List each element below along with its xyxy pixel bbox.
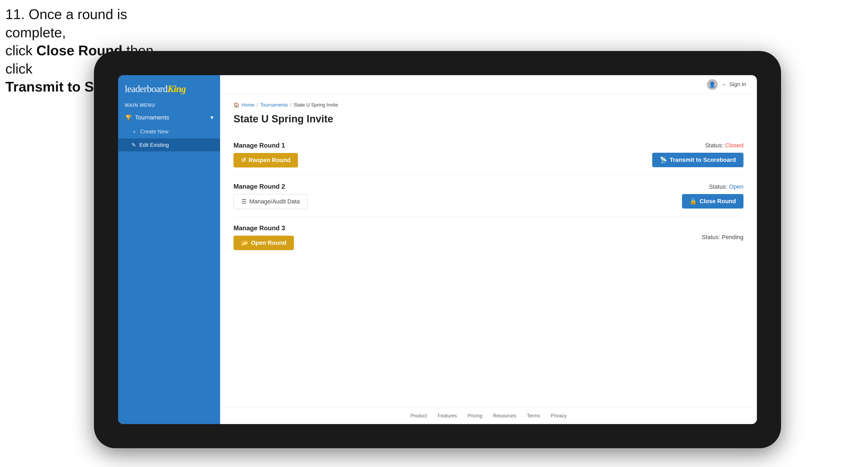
round-1-left: Manage Round 1 ↺ Reopen Round	[234, 142, 298, 167]
close-icon: 🔒	[689, 198, 697, 205]
sidebar-item-edit-existing[interactable]: ✎ Edit Existing	[118, 138, 220, 151]
breadcrumb-home-link[interactable]: Home	[242, 102, 254, 108]
round-2-section: Manage Round 2 ☰ Manage/Audit Data Statu…	[234, 175, 743, 217]
round-3-status: Status: Pending	[702, 234, 743, 241]
round-1-section: Manage Round 1 ↺ Reopen Round Status: Cl…	[234, 134, 743, 175]
open-icon: 📂	[241, 240, 248, 246]
app-header: 👤 → Sign In	[220, 75, 757, 94]
open-round-button[interactable]: 📂 Open Round	[234, 236, 294, 250]
round-2-status-value: Open	[729, 183, 743, 190]
reopen-round-button[interactable]: ↺ Reopen Round	[234, 153, 298, 167]
round-3-status-value: Pending	[722, 234, 743, 241]
round-1-status: Status: Closed	[705, 142, 743, 149]
sidebar: leaderboardKing MAIN MENU 🏆 Tournaments …	[118, 75, 220, 424]
sidebar-nav: 🏆 Tournaments ▾ ＋ Create New ✎ Edit Exis…	[118, 110, 220, 151]
transmit-label: Transmit to Scoreboard	[670, 156, 736, 163]
round-3-right: Status: Pending	[702, 234, 743, 241]
trophy-icon: 🏆	[125, 114, 132, 121]
round-2-title: Manage Round 2	[234, 183, 308, 190]
sign-in-icon: →	[721, 81, 726, 88]
main-menu-label: MAIN MENU	[118, 100, 220, 110]
manage-audit-label: Manage/Audit Data	[249, 198, 300, 205]
reopen-icon: ↺	[241, 157, 246, 164]
plus-icon: ＋	[131, 128, 137, 135]
tablet-screen: leaderboardKing MAIN MENU 🏆 Tournaments …	[118, 75, 757, 424]
footer-features[interactable]: Features	[438, 413, 457, 419]
edit-existing-label: Edit Existing	[139, 142, 169, 148]
transmit-to-scoreboard-button[interactable]: 📡 Transmit to Scoreboard	[652, 153, 743, 167]
footer-terms[interactable]: Terms	[527, 413, 540, 419]
round-2-left: Manage Round 2 ☰ Manage/Audit Data	[234, 183, 308, 209]
sidebar-item-create-new[interactable]: ＋ Create New	[118, 125, 220, 138]
content-area: 🏠 Home / Tournaments / State U Spring In…	[220, 94, 757, 407]
logo: leaderboardKing	[125, 83, 213, 94]
sign-in-area[interactable]: 👤 → Sign In	[707, 79, 746, 90]
app-footer: Product Features Pricing Resources Terms…	[220, 407, 757, 424]
sidebar-tournaments-label: Tournaments	[135, 114, 169, 121]
sidebar-logo: leaderboardKing	[118, 75, 220, 100]
tablet-frame: leaderboardKing MAIN MENU 🏆 Tournaments …	[94, 51, 781, 448]
instruction-line2: click	[5, 43, 36, 58]
close-round-button[interactable]: 🔒 Close Round	[682, 194, 743, 209]
edit-icon: ✎	[131, 142, 136, 148]
round-1-status-value: Closed	[725, 142, 743, 149]
round-3-title: Manage Round 3	[234, 224, 294, 232]
transmit-icon: 📡	[660, 156, 667, 163]
reopen-round-label: Reopen Round	[249, 157, 290, 164]
breadcrumb-sep2: /	[290, 102, 291, 108]
round-1-title: Manage Round 1	[234, 142, 298, 149]
breadcrumb-tournaments-link[interactable]: Tournaments	[260, 102, 288, 108]
footer-product[interactable]: Product	[410, 413, 427, 419]
breadcrumb-home: 🏠	[234, 102, 240, 108]
chevron-down-icon: ▾	[210, 114, 213, 121]
round-3-section: Manage Round 3 📂 Open Round Status: Pend…	[234, 217, 743, 258]
round-3-left: Manage Round 3 📂 Open Round	[234, 224, 294, 250]
footer-privacy[interactable]: Privacy	[551, 413, 566, 419]
app-container: leaderboardKing MAIN MENU 🏆 Tournaments …	[118, 75, 757, 424]
nav-item-left: 🏆 Tournaments	[125, 114, 169, 121]
breadcrumb-current: State U Spring Invite	[293, 102, 338, 108]
create-new-label: Create New	[140, 129, 168, 135]
breadcrumb-sep1: /	[256, 102, 258, 108]
audit-icon: ☰	[241, 198, 247, 205]
footer-resources[interactable]: Resources	[493, 413, 516, 419]
close-round-label: Close Round	[700, 198, 736, 205]
page-title: State U Spring Invite	[234, 113, 743, 125]
instruction-line1: 11. Once a round is complete,	[5, 6, 127, 40]
avatar: 👤	[707, 79, 718, 90]
main-content: 👤 → Sign In 🏠 Home / Tournaments / State	[220, 75, 757, 424]
round-1-right: Status: Closed 📡 Transmit to Scoreboard	[652, 142, 743, 167]
logo-king: King	[167, 84, 186, 94]
breadcrumb: 🏠 Home / Tournaments / State U Spring In…	[234, 102, 743, 108]
round-2-right: Status: Open 🔒 Close Round	[682, 183, 743, 209]
sidebar-item-tournaments[interactable]: 🏆 Tournaments ▾	[118, 110, 220, 125]
logo-leaderboard: leaderboard	[125, 84, 167, 94]
round-2-status: Status: Open	[709, 183, 743, 190]
open-round-label: Open Round	[251, 240, 286, 246]
footer-pricing[interactable]: Pricing	[468, 413, 482, 419]
sign-in-label: Sign In	[730, 81, 746, 88]
manage-audit-button[interactable]: ☰ Manage/Audit Data	[234, 194, 308, 209]
